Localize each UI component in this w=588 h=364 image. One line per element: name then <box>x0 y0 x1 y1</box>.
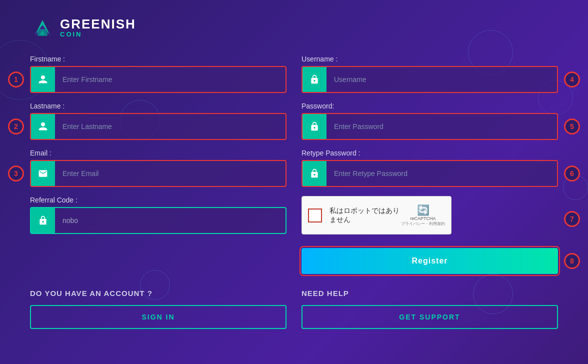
referral-label: Referral Code : <box>30 196 286 204</box>
account-section: DO YOU HAVE AN ACCOUNT ? SIGN IN <box>30 289 286 329</box>
logo-text: GREENISH COIN <box>60 18 136 38</box>
retype-password-label: Retype Password : <box>302 149 558 157</box>
help-section: NEED HELP GET SUPPORT <box>302 289 558 329</box>
captcha-register-area: 私はロボットではありません 🔄 reCAPTCHA プライバシー・利用規約 7 <box>302 196 558 274</box>
email-label: Email : <box>30 149 286 157</box>
referral-input-wrapper <box>30 207 286 234</box>
svg-rect-2 <box>38 29 48 36</box>
username-label: Username : <box>302 55 558 63</box>
lastname-group: Lastname : 2 <box>30 102 286 140</box>
step-badge-8: 8 <box>564 253 580 269</box>
logo-sub: COIN <box>60 30 136 38</box>
email-input-wrapper <box>30 160 286 187</box>
step-badge-5: 5 <box>564 118 580 134</box>
account-title: DO YOU HAVE AN ACCOUNT ? <box>30 289 286 298</box>
email-input[interactable] <box>55 161 286 186</box>
right-form-section: Username : 4 Password: <box>302 55 558 274</box>
lock-icon-4 <box>302 161 326 186</box>
email-group: Email : 3 <box>30 149 286 187</box>
recaptcha-box[interactable]: 私はロボットではありません 🔄 reCAPTCHA プライバシー・利用規約 <box>302 196 452 234</box>
retype-password-input-wrapper <box>302 160 558 187</box>
logo-icon <box>30 15 55 40</box>
retype-password-group: Retype Password : 6 <box>302 149 558 187</box>
firstname-group: Firstname : 1 <box>30 55 286 93</box>
signin-button[interactable]: SIGN IN <box>30 305 286 329</box>
recaptcha-text: 私はロボットではありません <box>330 206 401 224</box>
step-badge-1: 1 <box>8 72 24 88</box>
password-group: Password: 5 <box>302 102 558 140</box>
logo-name: GREENISH <box>60 18 136 30</box>
referral-input[interactable] <box>55 208 286 233</box>
username-input-wrapper <box>302 66 558 93</box>
username-input[interactable] <box>326 67 557 92</box>
email-icon <box>31 161 55 186</box>
firstname-input[interactable] <box>55 67 286 92</box>
firstname-label: Firstname : <box>30 55 286 63</box>
form-grid: Firstname : 1 Lastname : <box>30 55 558 274</box>
referral-group: Referral Code : <box>30 196 286 234</box>
lastname-label: Lastname : <box>30 102 286 110</box>
step-badge-3: 3 <box>8 166 24 182</box>
lock-icon-2 <box>302 67 326 92</box>
help-title: NEED HELP <box>302 289 558 298</box>
lock-icon <box>31 208 55 233</box>
person-icon-2 <box>31 114 55 139</box>
lastname-input-wrapper <box>30 113 286 140</box>
person-icon <box>31 67 55 92</box>
step-badge-6: 6 <box>564 166 580 182</box>
support-button[interactable]: GET SUPPORT <box>302 305 558 329</box>
lastname-input[interactable] <box>55 114 286 139</box>
step-badge-7: 7 <box>564 211 580 227</box>
left-form-section: Firstname : 1 Lastname : <box>30 55 286 274</box>
recaptcha-checkbox[interactable] <box>308 208 322 222</box>
password-input[interactable] <box>326 114 557 139</box>
username-group: Username : 4 <box>302 55 558 93</box>
recaptcha-logo: 🔄 reCAPTCHA プライバシー・利用規約 <box>401 204 445 226</box>
firstname-input-wrapper <box>30 66 286 93</box>
lock-icon-3 <box>302 114 326 139</box>
logo: GREENISH COIN <box>30 15 558 40</box>
step-badge-2: 2 <box>8 118 24 134</box>
password-label: Password: <box>302 102 558 110</box>
register-button[interactable]: Register <box>302 248 558 274</box>
retype-password-input[interactable] <box>326 161 557 186</box>
password-input-wrapper <box>302 113 558 140</box>
bottom-grid: DO YOU HAVE AN ACCOUNT ? SIGN IN NEED HE… <box>30 289 558 329</box>
step-badge-4: 4 <box>564 72 580 88</box>
